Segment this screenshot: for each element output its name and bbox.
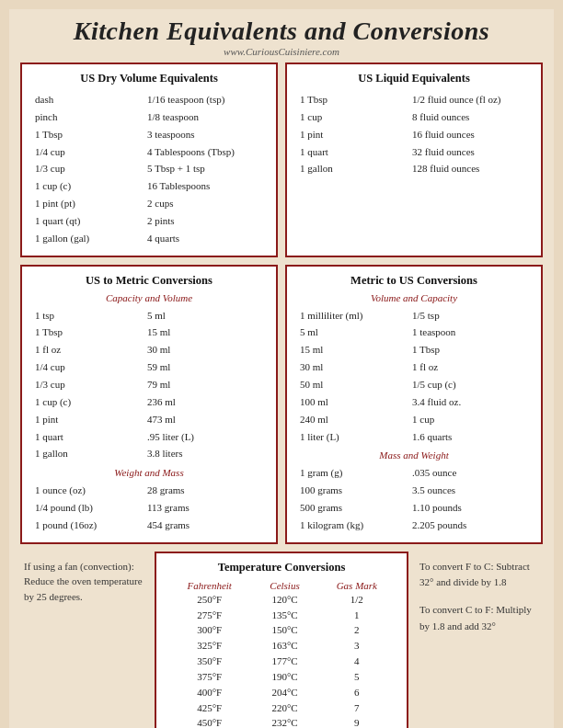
cell-value: 2.205 pounds xyxy=(410,518,530,533)
cell-label: 1 kilogram (kg) xyxy=(298,518,408,533)
table-row: 1 quart.95 liter (L) xyxy=(33,429,265,445)
cell-label: 5 ml xyxy=(298,324,408,340)
table-row: 350°F177°C4 xyxy=(166,654,397,669)
cell-value: 59 ml xyxy=(145,359,265,375)
temp-cell: 2 xyxy=(316,622,397,638)
table-row: 1 quart (qt)2 pints xyxy=(33,213,265,229)
temp-cell: 120°C xyxy=(253,592,316,608)
temp-cell: 177°C xyxy=(253,654,316,669)
cell-value: 5 ml xyxy=(145,308,265,324)
table-row: pinch1/8 teaspoon xyxy=(33,109,265,125)
table-row: 1 pound (16oz)454 grams xyxy=(33,518,265,533)
cell-label: dash xyxy=(33,92,144,108)
table-row: 100 ml3.4 fluid oz. xyxy=(298,394,530,410)
dry-volume-box: US Dry Volume Equivalents dash1/16 teasp… xyxy=(20,63,278,257)
cell-value: 1 cup xyxy=(410,412,530,427)
us-to-metric-title: US to Metric Conversions xyxy=(31,274,267,288)
cell-value: 113 grams xyxy=(145,500,265,516)
temperature-title: Temperature Conversions xyxy=(166,561,397,574)
table-row: 1 cup (c)16 Tablespoons xyxy=(33,178,265,194)
table-row: 1/4 cup59 ml xyxy=(33,359,265,375)
cell-value: 1.10 pounds xyxy=(410,500,530,516)
table-row: 1/4 cup4 Tablespoons (Tbsp) xyxy=(33,144,265,160)
temp-cell: 6 xyxy=(316,685,397,700)
cell-label: 1 gallon xyxy=(33,446,144,461)
table-row: 15 ml1 Tbsp xyxy=(298,342,530,358)
top-grid: US Dry Volume Equivalents dash1/16 teasp… xyxy=(20,63,543,257)
table-row: 325°F163°C3 xyxy=(166,638,397,654)
cell-value: 8 fluid ounces xyxy=(410,109,530,125)
cell-value: 2 cups xyxy=(145,196,265,211)
cell-label: 100 ml xyxy=(298,394,408,410)
fan-note: If using a fan (convection): Reduce the … xyxy=(20,552,147,612)
cell-label: 1/3 cup xyxy=(33,377,144,392)
table-row: 375°F190°C5 xyxy=(166,669,397,685)
table-row: 1 Tbsp3 teaspoons xyxy=(33,127,265,142)
us-to-metric-box: US to Metric Conversions Capacity and Vo… xyxy=(20,265,278,544)
cell-label: 1 Tbsp xyxy=(298,92,408,108)
temp-cell: 325°F xyxy=(166,638,253,654)
cell-label: 50 ml xyxy=(298,377,408,392)
cell-label: 1 liter (L) xyxy=(298,429,408,445)
convert-notes: To convert F to C: Subtract 32° and divi… xyxy=(416,552,543,642)
cell-value: 2 pints xyxy=(145,213,265,229)
bottom-section: If using a fan (convection): Reduce the … xyxy=(20,552,543,728)
temperature-box: Temperature Conversions FahrenheitCelsiu… xyxy=(155,552,408,728)
cell-label: 1 milliliter (ml) xyxy=(298,308,408,324)
table-row: 100 grams3.5 ounces xyxy=(298,483,530,498)
header: Kitchen Equivalents and Conversions www.… xyxy=(20,17,543,57)
cell-label: 1 quart (qt) xyxy=(33,213,144,229)
cell-value: 3.8 liters xyxy=(145,446,265,461)
table-row: 1 Tbsp1/2 fluid ounce (fl oz) xyxy=(298,92,530,108)
temp-cell: 250°F xyxy=(166,592,253,608)
cell-value: 1/8 teaspoon xyxy=(145,109,265,125)
cell-value: 4 quarts xyxy=(145,231,265,246)
cell-value: 1.6 quarts xyxy=(410,429,530,445)
cell-label: 1 gallon xyxy=(298,161,408,176)
table-row: 275°F135°C1 xyxy=(166,608,397,623)
temp-cell: 350°F xyxy=(166,654,253,669)
cell-value: 32 fluid ounces xyxy=(410,144,530,160)
cell-label: 1 fl oz xyxy=(33,342,144,358)
cell-label: 1 cup xyxy=(298,109,408,125)
liquid-equiv-title: US Liquid Equivalents xyxy=(296,72,532,85)
temp-cell: 190°C xyxy=(253,669,316,685)
cell-label: 1 Tbsp xyxy=(33,324,144,340)
website-url: www.CuriousCuisiniere.com xyxy=(20,46,543,57)
temp-cell: 220°C xyxy=(253,700,316,716)
temp-col-header: Fahrenheit xyxy=(166,579,253,592)
cell-label: 1 cup (c) xyxy=(33,178,144,194)
temp-col-header: Celsius xyxy=(253,579,316,592)
table-row: 425°F220°C7 xyxy=(166,700,397,716)
temp-cell: 150°C xyxy=(253,622,316,638)
table-row: 1 ounce (oz)28 grams xyxy=(33,483,265,498)
temp-cell: 375°F xyxy=(166,669,253,685)
table-row: 1 gallon3.8 liters xyxy=(33,446,265,461)
cell-label: 1 quart xyxy=(33,429,144,445)
cell-value: 79 ml xyxy=(145,377,265,392)
table-row: 1 gram (g).035 ounce xyxy=(298,465,530,481)
cell-value: 16 fluid ounces xyxy=(410,127,530,142)
temp-cell: 400°F xyxy=(166,685,253,700)
cell-value: 1 teaspoon xyxy=(410,324,530,340)
liquid-equiv-box: US Liquid Equivalents 1 Tbsp1/2 fluid ou… xyxy=(285,63,543,257)
cell-value: 1/2 fluid ounce (fl oz) xyxy=(410,92,530,108)
page-container: Kitchen Equivalents and Conversions www.… xyxy=(9,9,554,728)
us-to-metric-subtitle-volume: Capacity and Volume xyxy=(31,292,267,303)
cell-value: 1/5 tsp xyxy=(410,308,530,324)
table-row: 1 milliliter (ml)1/5 tsp xyxy=(298,308,530,324)
us-to-metric-volume-table: 1 tsp5 ml1 Tbsp15 ml1 fl oz30 ml1/4 cup5… xyxy=(31,306,267,464)
f-to-c-note: To convert F to C: Subtract 32° and divi… xyxy=(419,559,539,591)
dry-volume-table: dash1/16 teaspoon (tsp)pinch1/8 teaspoon… xyxy=(31,90,267,248)
cell-value: 1/5 cup (c) xyxy=(410,377,530,392)
cell-label: 1 gram (g) xyxy=(298,465,408,481)
cell-label: 1 cup (c) xyxy=(33,394,144,410)
cell-label: 1 pint (pt) xyxy=(33,196,144,211)
temperature-table: FahrenheitCelsiusGas Mark 250°F120°C1/22… xyxy=(166,579,397,728)
cell-value: 1/16 teaspoon (tsp) xyxy=(145,92,265,108)
cell-label: 1 Tbsp xyxy=(33,127,144,142)
cell-label: 500 grams xyxy=(298,500,408,516)
table-row: 1 pint16 fluid ounces xyxy=(298,127,530,142)
table-row: 30 ml1 fl oz xyxy=(298,359,530,375)
metric-to-us-title: Metric to US Conversions xyxy=(296,274,532,288)
